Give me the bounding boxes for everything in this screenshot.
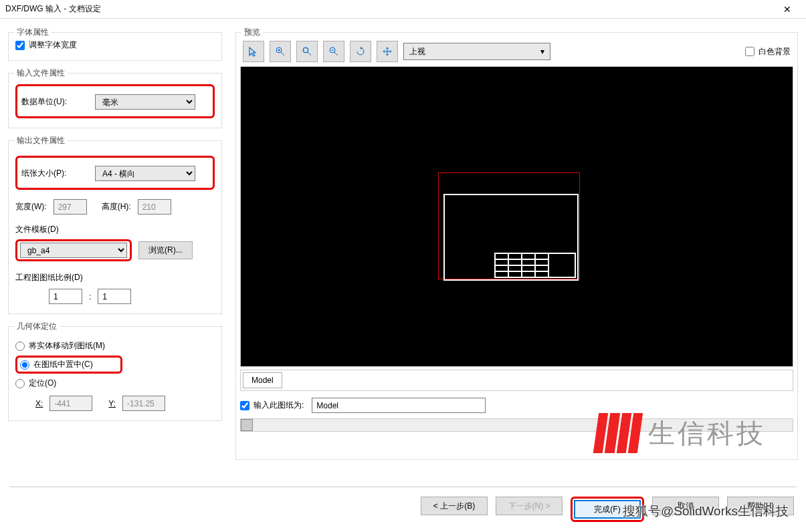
content: 字体属性 调整字体宽度 输入文件属性 数据单位(U): 毫米 输出文件属性 纸张… [0, 19, 806, 487]
position-radio[interactable]: 定位(O) [15, 378, 215, 389]
select-tool-icon[interactable] [243, 41, 264, 62]
data-unit-select[interactable]: 毫米 [95, 94, 195, 110]
template-highlight: gb_a4 [15, 239, 132, 261]
input-sheet-label: 输入此图纸为: [254, 400, 304, 411]
preview-title: 预览 [241, 27, 263, 38]
output-file-group: 输出文件属性 纸张大小(P): A4 - 横向 宽度(W): 高度(H): 文件… [8, 140, 222, 314]
template-label: 文件模板(D) [15, 225, 59, 234]
preview-canvas[interactable] [240, 66, 793, 367]
scale-den-input[interactable] [98, 289, 131, 304]
view-select-value: 上视 [409, 46, 425, 57]
paper-size-label: 纸张大小(P): [21, 168, 88, 179]
next-button: 下一步(N) > [496, 497, 563, 515]
browse-button[interactable]: 浏览(R)... [138, 241, 193, 259]
sheet-frame [443, 194, 579, 281]
preview-group: 预览 上视 ▾ 白色背景 [235, 32, 798, 460]
pan-icon[interactable] [377, 41, 398, 62]
svg-line-8 [334, 52, 338, 55]
svg-line-5 [308, 52, 311, 55]
chevron-down-icon: ▾ [540, 47, 544, 56]
x-label: X: [35, 399, 43, 408]
titlebar: DXF/DWG 输入 - 文档设定 ✕ [0, 0, 806, 19]
width-label: 宽度(W): [15, 201, 47, 213]
window-title: DXF/DWG 输入 - 文档设定 [5, 3, 774, 15]
view-orientation-select[interactable]: 上视 ▾ [403, 43, 550, 60]
move-to-sheet-label: 将实体移动到图纸(M) [29, 340, 105, 352]
input-file-group: 输入文件属性 数据单位(U): 毫米 [8, 73, 222, 128]
input-file-title: 输入文件属性 [14, 68, 68, 79]
title-block [494, 253, 576, 278]
input-sheet-row: 输入此图纸为: [240, 398, 793, 413]
zoom-in-icon[interactable] [270, 41, 291, 62]
svg-line-1 [281, 52, 284, 55]
center-in-sheet-label: 在图纸中置中(C) [33, 359, 93, 370]
finish-highlight: 完成(F) [571, 497, 644, 522]
back-button[interactable]: < 上一步(B) [421, 497, 488, 515]
svg-rect-6 [304, 48, 308, 52]
font-group-title: 字体属性 [14, 27, 52, 38]
white-bg-label: 白色背景 [759, 46, 791, 57]
sheet-tabs: Model [240, 370, 793, 391]
zoom-fit-icon[interactable] [296, 41, 318, 62]
width-input [54, 199, 87, 215]
right-column: 预览 上视 ▾ 白色背景 [229, 28, 798, 487]
model-name-input[interactable] [312, 398, 486, 413]
height-label: 高度(H): [102, 201, 131, 213]
move-to-sheet-radio[interactable]: 将实体移动到图纸(M) [15, 340, 215, 352]
cancel-button[interactable]: 取消 [652, 497, 719, 515]
output-file-title: 输出文件属性 [14, 135, 68, 146]
paper-size-highlight: 纸张大小(P): A4 - 横向 [15, 156, 215, 190]
scale-label: 工程图图纸比例(D) [15, 273, 83, 282]
close-icon[interactable]: ✕ [774, 4, 801, 15]
tab-model[interactable]: Model [243, 372, 282, 388]
left-column: 字体属性 调整字体宽度 输入文件属性 数据单位(U): 毫米 输出文件属性 纸张… [8, 28, 229, 487]
x-input [49, 396, 92, 411]
paper-size-select[interactable]: A4 - 横向 [95, 166, 195, 181]
center-in-sheet-radio[interactable]: 在图纸中置中(C) [20, 359, 118, 370]
white-bg-checkbox[interactable]: 白色背景 [745, 46, 791, 57]
zoom-out-icon[interactable] [323, 41, 344, 62]
center-highlight: 在图纸中置中(C) [15, 356, 122, 374]
adjust-font-width-checkbox[interactable]: 调整字体宽度 [15, 39, 215, 51]
scale-num-input[interactable] [49, 289, 82, 304]
position-label: 定位(O) [29, 378, 56, 389]
help-button[interactable]: 帮助(H) [727, 497, 794, 515]
font-group: 字体属性 调整字体宽度 [8, 32, 222, 61]
finish-button[interactable]: 完成(F) [574, 500, 641, 519]
geometry-title: 几何体定位 [14, 321, 60, 332]
y-input [122, 396, 165, 411]
data-unit-label: 数据单位(U): [21, 96, 88, 108]
scale-colon: : [89, 292, 91, 301]
preview-toolbar: 上视 ▾ 白色背景 [240, 37, 793, 66]
footer: < 上一步(B) 下一步(N) > 完成(F) 取消 帮助(H) [0, 487, 806, 522]
template-select[interactable]: gb_a4 [20, 243, 127, 258]
y-label: Y: [108, 399, 116, 408]
input-sheet-checkbox[interactable]: 输入此图纸为: [240, 400, 304, 411]
geometry-group: 几何体定位 将实体移动到图纸(M) 在图纸中置中(C) 定位(O) X: Y: [8, 326, 222, 421]
rotate-icon[interactable] [350, 41, 371, 62]
adjust-font-width-input[interactable] [15, 41, 25, 50]
slider[interactable] [240, 418, 793, 432]
adjust-font-width-label: 调整字体宽度 [29, 39, 77, 51]
data-unit-highlight: 数据单位(U): 毫米 [15, 84, 215, 118]
slider-thumb[interactable] [241, 419, 253, 431]
height-input [138, 199, 171, 215]
